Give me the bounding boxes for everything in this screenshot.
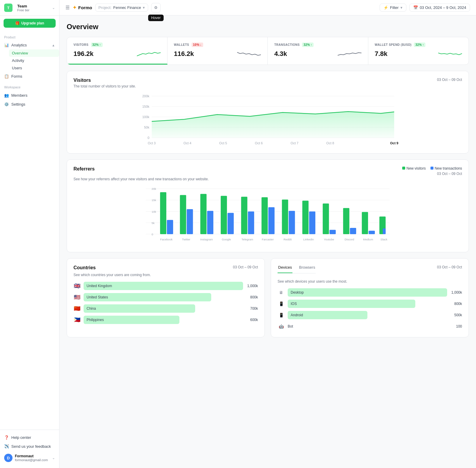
visitors-chart-title: Visitors [73, 78, 91, 83]
svg-rect-49 [302, 201, 309, 234]
country-bar-wrap-cn: China [84, 304, 243, 313]
user-chevron-icon: ⌄ [52, 456, 55, 460]
country-bar-cn: China [84, 304, 195, 313]
workspace-section-label: Workspace [0, 81, 59, 91]
svg-text:Slack: Slack [381, 238, 388, 241]
country-bar-ph: Philippines [84, 316, 179, 324]
logo-icon: ✦ [73, 5, 76, 10]
project-selector[interactable]: Project: Fennec Finance ▾ [95, 4, 148, 12]
desktop-icon: 🖥 [278, 289, 285, 296]
sidebar-item-feedback[interactable]: ✈️ Send us your feedback [0, 442, 59, 451]
team-chevron-icon[interactable]: ⌄ [52, 6, 55, 10]
analytics-expand[interactable]: 📊 Analytics ▲ [0, 41, 59, 49]
svg-rect-31 [180, 195, 186, 234]
sparkline-wallet-spend [438, 49, 462, 58]
svg-rect-41 [248, 212, 254, 234]
sidebar-item-help[interactable]: ❓ Help center [0, 433, 59, 442]
stat-value-visitors: 196.2k [73, 50, 93, 58]
sidebar-item-settings[interactable]: ⚙️ Settings [0, 100, 59, 109]
legend-transactions-label: New transactions [435, 166, 462, 170]
members-icon: 👥 [4, 93, 9, 98]
content-area: Overview VISITORS 32%↑ 196.2k [60, 15, 476, 345]
svg-text:Reddit: Reddit [284, 238, 292, 241]
stat-label-transactions: TRANSACTIONS 32%↑ [274, 43, 361, 47]
svg-text:Google: Google [222, 238, 231, 241]
filter-label: Filter [390, 5, 399, 10]
svg-text:Oct 6: Oct 6 [255, 141, 263, 145]
referrers-chart-date: 03 Oct – 09 Oct [437, 172, 462, 176]
tab-devices[interactable]: Devices [278, 265, 292, 273]
device-bar-wrap-ios: IOS [288, 300, 447, 308]
referrers-legend: New visitors New transactions [402, 166, 462, 170]
device-bar-wrap-android: Android [288, 311, 447, 319]
svg-text:Medium: Medium [363, 238, 373, 241]
device-bar-desktop: Desktop [288, 288, 447, 297]
devices-card: Devices Browsers 03 Oct – 09 Oct See whi… [271, 258, 469, 337]
svg-text:Youtube: Youtube [324, 238, 334, 241]
countries-card-header: Countries 03 Oct – 09 Oct [73, 265, 258, 272]
sidebar-user[interactable]: D Formonaut formonaut@gmail.com ⌄ [0, 451, 59, 465]
team-info: Team Free tier [17, 4, 52, 12]
svg-text:Oct 5: Oct 5 [219, 141, 227, 145]
list-item: 🇺🇸 United States 800k [73, 293, 258, 301]
countries-title: Countries [73, 265, 96, 270]
stats-row: VISITORS 32%↑ 196.2k WALLETS 10%↓ [67, 37, 469, 65]
logo-area: ✦ Formo [73, 5, 92, 10]
stat-value-wallets: 116.2k [174, 50, 194, 58]
svg-rect-38 [228, 213, 234, 234]
stat-card-wallets[interactable]: WALLETS 10%↓ 116.2k [167, 37, 268, 65]
settings-icon: ⚙️ [4, 102, 9, 107]
stat-badge-wallet-spend: 32%↑ [414, 43, 425, 47]
product-section-label: Product [0, 31, 59, 41]
svg-rect-53 [330, 230, 336, 234]
stat-card-visitors[interactable]: VISITORS 32%↑ 196.2k [67, 37, 167, 65]
svg-rect-47 [289, 211, 295, 234]
country-bar-wrap-ph: Philippines [84, 316, 243, 324]
upgrade-button[interactable]: 🎁 Upgrade plan [4, 19, 56, 28]
tab-browsers[interactable]: Browsers [298, 265, 316, 273]
bottom-row: Countries 03 Oct – 09 Oct See which coun… [67, 258, 469, 337]
sidebar-item-forms[interactable]: 📋 Forms [0, 72, 59, 81]
sidebar-toggle-icon[interactable]: ☰ [65, 5, 70, 10]
settings-label: Settings [11, 102, 25, 107]
list-item: 📱 Android 500k [278, 311, 462, 319]
stat-card-wallet-spend[interactable]: WALLET SPEND ($USD) 32%↑ 7.8k [368, 37, 469, 65]
svg-rect-46 [282, 200, 288, 234]
project-chevron-icon: ▾ [143, 5, 145, 10]
svg-text:Twitter: Twitter [182, 238, 191, 241]
settings-button[interactable]: ⚙ Hover [151, 3, 161, 12]
sidebar-item-members[interactable]: 👥 Members [0, 91, 59, 100]
visitors-chart-section: Visitors 03 Oct – 09 Oct The total numbe… [67, 71, 469, 154]
sidebar-item-overview[interactable]: Overview [9, 49, 59, 57]
devices-card-header: Devices Browsers 03 Oct – 09 Oct [278, 265, 462, 278]
legend-visitors-dot [402, 167, 405, 170]
svg-rect-55 [343, 208, 349, 234]
filter-button[interactable]: ⚡ Filter ▾ [380, 4, 406, 12]
sidebar-item-users[interactable]: Users [9, 64, 59, 72]
visitors-chart-date: 03 Oct – 09 Oct [437, 78, 462, 82]
list-item: 🇬🇧 United Kingdom 1,000k [73, 282, 258, 290]
svg-rect-34 [200, 194, 206, 234]
stat-badge-wallets: 10%↓ [192, 43, 203, 47]
sidebar-top: T Team Free tier ⌄ [0, 0, 59, 16]
list-item: 🤖 Bot 100 [278, 322, 462, 331]
device-bar-android: Android [288, 311, 367, 319]
svg-rect-50 [309, 212, 315, 234]
stat-card-transactions[interactable]: TRANSACTIONS 32%↑ 4.3k [268, 37, 368, 65]
country-name-uk: United Kingdom [87, 284, 112, 288]
filter-chevron-icon: ▾ [400, 5, 403, 10]
user-avatar: D [4, 454, 12, 462]
topbar: ☰ ✦ Formo Project: Fennec Finance ▾ ⚙ Ho… [60, 0, 476, 15]
feedback-label: Send us your feedback [11, 444, 51, 449]
upgrade-icon: 🎁 [15, 21, 20, 25]
svg-rect-35 [207, 211, 213, 234]
sidebar-item-activity[interactable]: Activity [9, 57, 59, 64]
svg-text:5k: 5k [152, 221, 155, 225]
svg-text:15k: 15k [152, 198, 156, 202]
referrers-chart-svg: 20k 15k 10k 5k 0 Facebook Twitter [73, 186, 462, 245]
stat-value-wallet-spend: 7.8k [375, 50, 388, 58]
device-value-android: 500k [450, 313, 462, 317]
analytics-submenu: Overview Activity Users [0, 49, 59, 72]
date-range-button[interactable]: 📅 03 Oct, 2024 – 9 Oct, 2024 [409, 4, 470, 12]
country-bar-us: United States [84, 293, 211, 301]
